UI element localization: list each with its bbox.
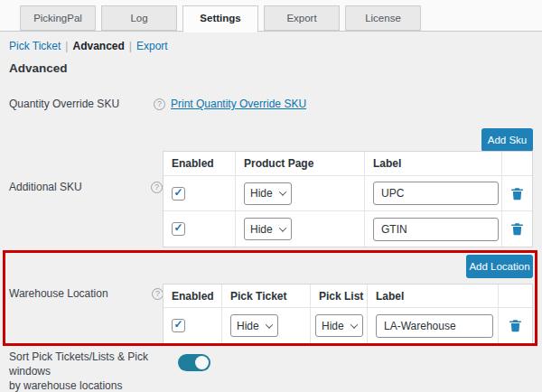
enabled-checkbox[interactable]	[172, 319, 185, 332]
table-cell	[365, 176, 502, 211]
column-header-actions	[499, 285, 532, 308]
column-header-actions	[502, 152, 532, 176]
chevron-down-icon	[350, 321, 358, 328]
tab-license[interactable]: License	[345, 5, 421, 31]
trash-icon[interactable]	[509, 186, 525, 201]
additional-sku-label: Additional SKU	[9, 181, 82, 193]
product-page-select[interactable]: Hide	[244, 182, 292, 205]
pick-list-select[interactable]: Hide	[315, 314, 363, 337]
warehouse-location-table: Enabled Pick Ticket Pick List Label Hide…	[163, 284, 533, 344]
table-cell	[502, 211, 532, 247]
warehouse-location-label: Warehouse Location	[9, 287, 108, 300]
sku-label-input[interactable]	[373, 182, 499, 205]
settings-subnav: Pick Ticket|Advanced|Export	[9, 40, 168, 52]
column-header-pick-ticket: Pick Ticket	[222, 285, 311, 308]
pick-ticket-select[interactable]: Hide	[230, 314, 278, 337]
table-row	[164, 211, 236, 247]
sort-by-warehouse-toggle[interactable]	[178, 354, 210, 371]
table-cell	[368, 308, 499, 343]
chevron-down-icon	[279, 188, 286, 195]
toggle-knob	[195, 356, 209, 369]
table-cell: Hide	[222, 308, 311, 343]
pickingpal-settings-screen: PickingPal Log Settings Export License P…	[0, 0, 542, 392]
subnav-separator: |	[129, 40, 132, 52]
help-icon[interactable]	[154, 98, 165, 110]
help-icon[interactable]	[151, 182, 163, 193]
table-row	[164, 308, 222, 343]
tab-pickingpal[interactable]: PickingPal	[20, 5, 96, 31]
trash-icon[interactable]	[509, 221, 525, 237]
select-value: Hide	[250, 223, 273, 236]
sku-label-input[interactable]	[373, 218, 499, 241]
table-cell	[499, 308, 532, 343]
enabled-checkbox[interactable]	[172, 187, 185, 201]
tab-export[interactable]: Export	[264, 5, 340, 31]
table-row	[164, 176, 236, 211]
sort-setting-label-line1: Sort Pick Tickets/Lists & Pick windows	[9, 350, 148, 378]
page-title: Advanced	[9, 61, 68, 75]
main-tabs: PickingPal Log Settings Export License	[20, 5, 421, 33]
subnav-export-link[interactable]: Export	[136, 40, 168, 52]
enabled-checkbox[interactable]	[172, 222, 185, 236]
select-value: Hide	[250, 187, 273, 200]
additional-sku-table: Enabled Product Page Label Hide Hide	[163, 151, 533, 247]
column-header-label: Label	[365, 152, 502, 176]
sort-setting-label: Sort Pick Tickets/Lists & Pick windows b…	[9, 350, 179, 392]
table-cell	[502, 176, 532, 211]
tab-log[interactable]: Log	[101, 5, 177, 31]
subnav-advanced-current[interactable]: Advanced	[72, 40, 124, 52]
trash-icon[interactable]	[508, 318, 523, 333]
tab-settings[interactable]: Settings	[182, 5, 258, 33]
column-header-label: Label	[368, 285, 499, 308]
table-cell: Hide	[236, 176, 365, 211]
table-cell: Hide	[311, 308, 368, 343]
print-quantity-override-sku-link[interactable]: Print Quantity Override SKU	[171, 98, 306, 110]
subnav-pick-ticket-link[interactable]: Pick Ticket	[9, 40, 61, 52]
select-value: Hide	[322, 320, 344, 332]
warehouse-label-input[interactable]	[376, 314, 493, 338]
table-cell	[365, 211, 502, 247]
chevron-down-icon	[279, 224, 286, 231]
table-cell: Hide	[236, 211, 365, 247]
column-header-product-page: Product Page	[236, 152, 365, 176]
quantity-override-sku-label: Quantity Override SKU	[9, 98, 119, 110]
select-value: Hide	[237, 320, 259, 332]
subnav-separator: |	[65, 40, 68, 52]
sort-setting-label-line2: by warehouse locations	[9, 379, 122, 392]
add-location-button[interactable]: Add Location	[466, 255, 533, 278]
chevron-down-icon	[266, 321, 273, 328]
column-header-enabled: Enabled	[164, 152, 236, 176]
column-header-enabled: Enabled	[164, 285, 222, 308]
add-sku-button[interactable]: Add Sku	[481, 128, 533, 152]
column-header-pick-list: Pick List	[311, 285, 368, 308]
product-page-select[interactable]: Hide	[244, 218, 292, 240]
